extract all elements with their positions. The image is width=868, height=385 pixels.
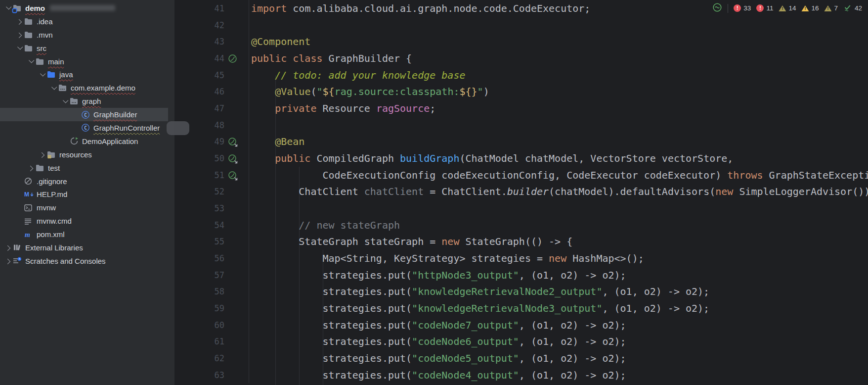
line-number[interactable]: 41 (174, 3, 224, 13)
chevron-right-icon[interactable] (27, 163, 36, 172)
code-text[interactable]: // new stateGraph (249, 219, 400, 231)
chevron-down-icon[interactable] (27, 57, 36, 66)
editor-gutter[interactable]: 45 (174, 67, 249, 84)
chevron-right-icon[interactable] (4, 243, 13, 252)
code-text[interactable]: @Value("${rag.source:classpath:${}") (249, 86, 489, 97)
editor-gutter[interactable]: 51 (174, 167, 249, 184)
tree-item-mvn[interactable]: .mvn (0, 28, 174, 42)
tree-item-graph[interactable]: graph (0, 95, 174, 108)
line-number[interactable]: 49 (174, 137, 224, 146)
editor-gutter[interactable]: 61 (174, 333, 249, 350)
tree-item-external-libraries[interactable]: External Libraries (0, 241, 174, 254)
code-text[interactable]: CodeExecutionConfig codeExecutionConfig,… (249, 169, 868, 181)
code-text[interactable]: Map<String, KeyStrategy> strategies = ne… (249, 252, 644, 264)
problem-badge-weak-warning[interactable]: !14 (779, 4, 796, 12)
inspections-status-icon[interactable] (712, 2, 722, 14)
line-number[interactable]: 54 (174, 220, 224, 230)
chevron-right-icon[interactable] (15, 30, 24, 39)
line-number[interactable]: 58 (174, 287, 224, 296)
editor-gutter[interactable]: 43 (174, 33, 249, 50)
spring-bean-icon[interactable] (228, 54, 243, 63)
code-text[interactable]: public CompiledGraph buildGraph(ChatMode… (249, 152, 733, 164)
problem-badge-error[interactable]: !11 (756, 4, 773, 12)
spring-bean-nav-icon[interactable] (228, 171, 243, 180)
tree-item-demoapplication[interactable]: DemoApplication (0, 135, 174, 148)
code-text[interactable]: public class GraphBuilder { (249, 52, 412, 64)
line-number[interactable]: 60 (174, 320, 224, 330)
line-number[interactable]: 52 (174, 187, 224, 196)
editor-gutter[interactable]: 60 (174, 317, 249, 334)
code-text[interactable]: strategies.put("codeNode4_output", (o1, … (249, 369, 626, 381)
line-number[interactable]: 44 (174, 53, 224, 63)
chevron-down-icon[interactable] (49, 84, 58, 93)
editor-gutter[interactable]: 53 (174, 200, 249, 217)
tree-item-java[interactable]: java (0, 68, 174, 81)
editor-gutter[interactable]: 42 (174, 17, 249, 34)
editor-gutter[interactable]: 47 (174, 100, 249, 117)
tree-item-src[interactable]: src (0, 42, 174, 55)
editor-gutter[interactable]: 62 (174, 350, 249, 367)
spring-bean-nav-icon[interactable] (228, 137, 243, 146)
tree-item-idea[interactable]: .idea (0, 15, 174, 28)
problem-badge-error[interactable]: !33 (734, 4, 751, 12)
tree-item-help-md[interactable]: MHELP.md (0, 188, 174, 201)
line-number[interactable]: 59 (174, 303, 224, 313)
chevron-down-icon[interactable] (15, 44, 24, 52)
tree-item-pom-xml[interactable]: mpom.xml (0, 228, 174, 241)
tree-item-com-example-demo[interactable]: com.example.demo (0, 81, 174, 95)
problem-badge-warning[interactable]: !16 (801, 4, 819, 12)
editor-gutter[interactable]: 54 (174, 217, 249, 234)
editor-gutter[interactable]: 46 (174, 83, 249, 100)
line-number[interactable]: 57 (174, 270, 224, 280)
spring-bean-nav-icon[interactable] (228, 154, 243, 163)
editor-gutter[interactable]: 52 (174, 183, 249, 200)
line-number[interactable]: 42 (174, 20, 224, 30)
editor-gutter[interactable]: 50 (174, 150, 249, 167)
code-text[interactable]: @Component (249, 36, 310, 48)
line-number[interactable]: 51 (174, 170, 224, 180)
line-number[interactable]: 43 (174, 37, 224, 47)
line-number[interactable]: 53 (174, 203, 224, 213)
chevron-right-icon[interactable] (4, 256, 13, 265)
chevron-down-icon[interactable] (38, 70, 47, 79)
line-number[interactable]: 62 (174, 353, 224, 363)
code-text[interactable]: strategies.put("knowledgeRetrievalNode3_… (249, 302, 709, 314)
code-text[interactable]: strategies.put("codeNode6_output", (o1, … (249, 336, 626, 347)
code-text[interactable]: // todo: add your knowledge base (249, 69, 465, 81)
editor-gutter[interactable]: 57 (174, 267, 249, 284)
code-text[interactable]: @Bean (249, 136, 304, 147)
editor-gutter[interactable]: 56 (174, 250, 249, 267)
editor-gutter[interactable]: 49 (174, 133, 249, 150)
code-text[interactable]: import com.alibaba.cloud.ai.graph.node.c… (249, 2, 590, 14)
problem-badge-weak-warning[interactable]: !7 (824, 4, 838, 12)
scrollbar-thumb[interactable] (167, 121, 189, 135)
problem-badge-typo[interactable]: 42 (843, 3, 862, 13)
tree-item-test[interactable]: test (0, 161, 174, 175)
chevron-right-icon[interactable] (38, 150, 47, 159)
line-number[interactable]: 55 (174, 237, 224, 246)
line-number[interactable]: 63 (174, 370, 224, 380)
tree-item-resources[interactable]: resources (0, 148, 174, 161)
editor-gutter[interactable]: 41 (174, 0, 249, 17)
tree-item-main[interactable]: main (0, 55, 174, 68)
line-number[interactable]: 47 (174, 103, 224, 113)
line-number[interactable]: 46 (174, 87, 224, 96)
code-text[interactable]: strategies.put("httpNode3_output", (o1, … (249, 269, 626, 281)
line-number[interactable]: 56 (174, 253, 224, 263)
editor-gutter[interactable]: 63 (174, 367, 249, 384)
code-text[interactable]: strategies.put("knowledgeRetrievalNode2_… (249, 286, 709, 297)
tree-item-mvnw-cmd[interactable]: mvnw.cmd (0, 214, 174, 228)
code-text[interactable]: strategies.put("codeNode5_output", (o1, … (249, 352, 626, 364)
tree-item-graphbuilder[interactable]: CGraphBuilder (0, 108, 168, 121)
tree-item-mvnw[interactable]: mvnw (0, 201, 174, 214)
editor-gutter[interactable]: 55 (174, 233, 249, 250)
line-number[interactable]: 61 (174, 337, 224, 346)
editor-gutter[interactable]: 58 (174, 283, 249, 300)
code-text[interactable]: ChatClient chatClient = ChatClient.build… (249, 186, 868, 197)
chevron-down-icon[interactable] (61, 97, 70, 106)
chevron-right-icon[interactable] (15, 17, 24, 26)
code-text[interactable]: strategies.put("codeNode7_output", (o1, … (249, 319, 626, 331)
tree-item-demo[interactable]: demo (0, 1, 174, 15)
editor-gutter[interactable]: 44 (174, 50, 249, 67)
code-text[interactable]: StateGraph stateGraph = new StateGraph((… (249, 236, 572, 247)
